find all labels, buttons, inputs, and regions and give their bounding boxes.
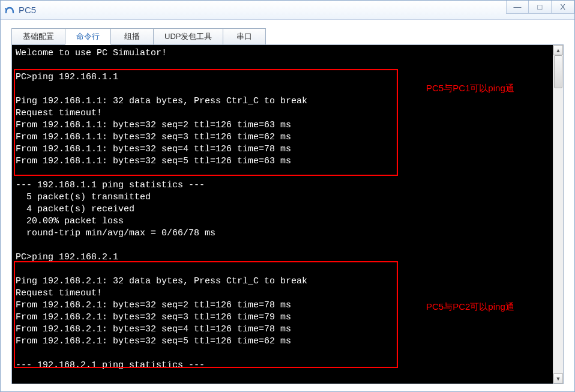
terminal-wrap: Welcome to use PC Simulator! PC>ping 192… xyxy=(11,44,564,384)
content-area: 基础配置命令行组播UDP发包工具串口 Welcome to use PC Sim… xyxy=(1,20,574,391)
app-window: PC5 — □ X 基础配置命令行组播UDP发包工具串口 Welcome to … xyxy=(0,0,575,392)
tab-1[interactable]: 命令行 xyxy=(65,28,111,45)
titlebar: PC5 — □ X xyxy=(1,1,574,20)
tab-2[interactable]: 组播 xyxy=(110,28,154,45)
scrollbar-thumb[interactable] xyxy=(554,55,562,88)
window-controls: — □ X xyxy=(506,1,574,14)
terminal[interactable]: Welcome to use PC Simulator! PC>ping 192… xyxy=(12,45,553,384)
annotation-1: PC5与PC2可以ping通 xyxy=(426,301,514,313)
close-button[interactable]: X xyxy=(552,1,574,14)
tabs: 基础配置命令行组播UDP发包工具串口 xyxy=(11,28,564,45)
tab-3[interactable]: UDP发包工具 xyxy=(153,28,223,45)
tab-4[interactable]: 串口 xyxy=(223,28,266,45)
window-title: PC5 xyxy=(19,5,36,15)
tab-0[interactable]: 基础配置 xyxy=(11,28,65,45)
app-icon xyxy=(4,5,15,16)
scrollbar-up-button[interactable]: ▲ xyxy=(553,45,563,55)
maximize-button[interactable]: □ xyxy=(529,1,552,14)
scrollbar[interactable]: ▲ ▼ xyxy=(553,45,563,384)
minimize-button[interactable]: — xyxy=(506,1,529,14)
annotation-0: PC5与PC1可以ping通 xyxy=(426,83,514,94)
scrollbar-down-button[interactable]: ▼ xyxy=(553,373,563,384)
scrollbar-track[interactable] xyxy=(553,55,563,373)
